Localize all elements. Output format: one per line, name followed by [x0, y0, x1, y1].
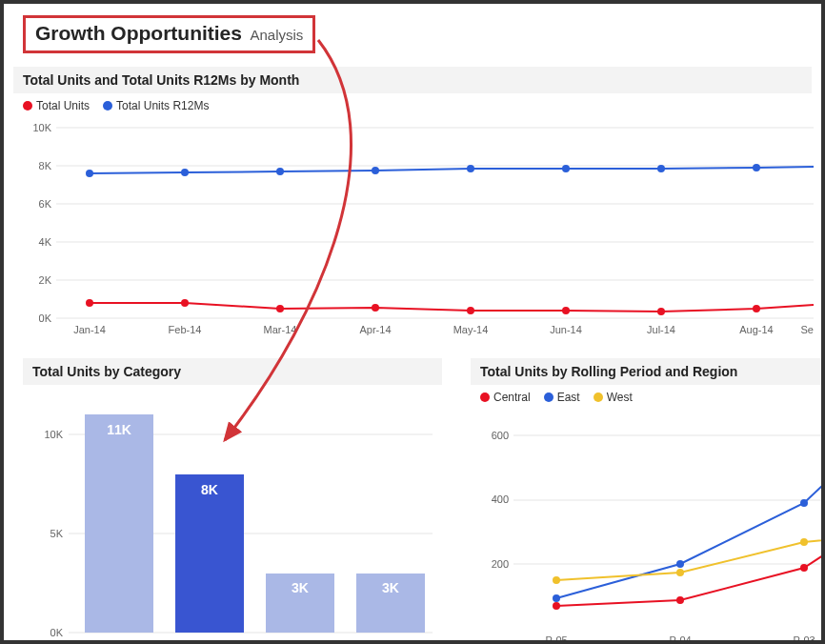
- cat-label: Urban: [193, 639, 227, 644]
- svg-point-37: [800, 499, 808, 507]
- chart1-plot: 0K 2K 4K 6K 8K 10K: [13, 118, 812, 347]
- bar-label: 11K: [107, 422, 131, 437]
- svg-point-17: [372, 304, 379, 312]
- svg-point-38: [553, 576, 560, 584]
- cat-label: Mix: [292, 639, 310, 644]
- chart3-svg: 200 400 600 P-05: [480, 410, 825, 644]
- x-tick: P-05: [545, 634, 567, 644]
- svg-point-35: [553, 594, 560, 602]
- svg-rect-25: [85, 414, 153, 633]
- y-tick: 10K: [32, 122, 51, 133]
- page-title: Growth Opportunities: [35, 22, 242, 44]
- x-tick: Jul-14: [647, 324, 675, 335]
- x-tick: May-14: [453, 324, 489, 335]
- chart1-legend: Total Units Total Units R12Ms: [13, 93, 812, 118]
- dot-icon: [23, 101, 32, 111]
- chart2-svg: 0K 5K 10K 11K 8K 3K 3K: [32, 385, 433, 644]
- dot-icon: [594, 392, 603, 402]
- bar-label: 3K: [382, 580, 399, 595]
- y-tick: 10K: [44, 429, 63, 440]
- chart-panel-units-by-month[interactable]: Total Units and Total Units R12Ms by Mon…: [13, 67, 812, 347]
- x-tick: Aug-14: [739, 324, 773, 335]
- y-tick: 200: [492, 558, 509, 570]
- y-tick: 400: [492, 493, 509, 505]
- svg-point-6: [86, 170, 93, 177]
- svg-point-10: [467, 165, 474, 172]
- svg-point-32: [553, 602, 560, 610]
- chart3-legend: Central East West: [471, 385, 825, 410]
- dot-icon: [480, 392, 490, 402]
- svg-point-39: [676, 569, 684, 576]
- y-tick: 0K: [39, 312, 52, 324]
- legend-label: Total Units R12Ms: [116, 99, 209, 112]
- y-tick: 6K: [39, 198, 52, 210]
- legend-label: East: [557, 391, 580, 404]
- chart3-title: Total Units by Rolling Period and Region: [471, 358, 825, 385]
- page-header: Growth Opportunities Analysis: [4, 4, 821, 61]
- chart2-plot: 0K 5K 10K 11K 8K 3K 3K: [23, 385, 442, 644]
- x-tick: Jun-14: [550, 324, 582, 335]
- legend-label: Total Units: [36, 99, 90, 112]
- legend-item-central[interactable]: Central: [480, 391, 531, 404]
- y-tick: 2K: [39, 274, 52, 286]
- dot-icon: [544, 392, 553, 402]
- svg-point-16: [276, 305, 284, 312]
- dashboard-frame: Growth Opportunities Analysis Total Unit…: [0, 0, 825, 644]
- x-tick: Se: [801, 324, 814, 335]
- svg-point-11: [562, 165, 570, 172]
- svg-point-9: [372, 167, 379, 174]
- legend-item-east[interactable]: East: [544, 391, 580, 404]
- y-tick: 4K: [39, 236, 52, 248]
- page-subtitle: Analysis: [250, 27, 303, 43]
- svg-point-18: [467, 307, 474, 314]
- svg-point-19: [562, 307, 570, 314]
- chart1-svg: 0K 2K 4K 6K 8K 10K: [23, 118, 814, 337]
- bar-label: 3K: [292, 580, 309, 595]
- svg-point-36: [676, 560, 684, 568]
- cat-label: Youth: [376, 639, 405, 644]
- x-tick: P-04: [669, 634, 691, 644]
- legend-label: Central: [493, 391, 531, 404]
- chart3-plot: 200 400 600 P-05: [471, 410, 825, 644]
- y-tick: 0K: [50, 627, 64, 638]
- legend-item-west[interactable]: West: [594, 391, 633, 404]
- cat-label: Rural: [106, 639, 133, 644]
- svg-point-7: [181, 169, 189, 176]
- svg-point-13: [753, 164, 760, 171]
- svg-point-8: [276, 168, 284, 175]
- title-highlight-box: Growth Opportunities Analysis: [23, 15, 315, 53]
- y-tick: 8K: [39, 160, 52, 171]
- x-tick: Apr-14: [359, 324, 391, 335]
- legend-item-total-units-r12ms[interactable]: Total Units R12Ms: [103, 99, 209, 112]
- svg-point-12: [657, 165, 665, 172]
- svg-point-21: [753, 305, 760, 312]
- x-tick: Jan-14: [73, 324, 106, 335]
- chart-panel-units-by-category[interactable]: Total Units by Category 0K 5K 10K 11K: [23, 358, 442, 644]
- x-tick: Feb-14: [169, 324, 202, 335]
- svg-point-20: [657, 308, 665, 315]
- svg-point-33: [676, 596, 684, 604]
- chart-panel-units-by-region[interactable]: Total Units by Rolling Period and Region…: [471, 358, 825, 644]
- dot-icon: [103, 101, 112, 111]
- x-tick: P-03: [793, 634, 815, 644]
- y-tick: 5K: [50, 528, 64, 539]
- y-tick: 600: [492, 430, 509, 441]
- bar-label: 8K: [201, 482, 218, 497]
- svg-point-14: [86, 299, 93, 307]
- svg-point-34: [800, 564, 808, 572]
- svg-point-15: [181, 299, 189, 307]
- legend-label: West: [607, 391, 633, 404]
- chart1-title: Total Units and Total Units R12Ms by Mon…: [13, 67, 812, 93]
- chart2-title: Total Units by Category: [23, 358, 442, 385]
- legend-item-total-units[interactable]: Total Units: [23, 99, 90, 112]
- svg-rect-26: [175, 474, 244, 633]
- x-tick: Mar-14: [264, 324, 297, 335]
- svg-point-40: [800, 538, 808, 546]
